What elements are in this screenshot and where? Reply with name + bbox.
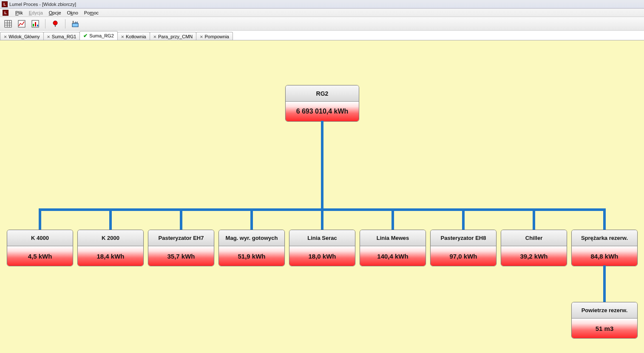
- node-child-1[interactable]: K 200018,4 kWh: [77, 230, 144, 266]
- node-child-5[interactable]: Linia Mewes140,4 kWh: [360, 230, 426, 266]
- menu-item-pomoc[interactable]: Pomoc: [84, 10, 99, 15]
- node-child-8[interactable]: Sprężarka rezerw.84,8 kWh: [571, 230, 638, 266]
- close-icon: ✕: [153, 34, 156, 39]
- close-icon: ✕: [4, 34, 7, 39]
- window-title-bar: L Lumel Proces - [Widok zbiorczy]: [0, 0, 644, 9]
- menu-bar: L PlikEdycjaOpcjeOknoPomoc: [0, 9, 644, 17]
- node-title: K 2000: [78, 230, 143, 246]
- node-child-6[interactable]: Pasteryzator EH897,0 kWh: [430, 230, 496, 266]
- node-value: 18,0 kWh: [289, 246, 355, 266]
- node-title: Pasteryzator EH7: [148, 230, 214, 246]
- node-title: Linia Serac: [289, 230, 355, 246]
- node-value: 51,9 kWh: [219, 246, 284, 266]
- node-title: K 4000: [7, 230, 73, 246]
- tabs-row: ✕Widok_Główny✕Suma_RG1✔Suma_RG2✕Kotłowni…: [0, 31, 644, 40]
- connector-line: [462, 208, 465, 230]
- svg-rect-7: [33, 24, 34, 26]
- node-value: 35,7 kWh: [148, 246, 214, 266]
- toolbar-separator: [65, 19, 65, 28]
- tab-label: Kotłownia: [126, 34, 146, 39]
- menu-item-opcje[interactable]: Opcje: [49, 10, 61, 15]
- menu-app-icon[interactable]: L: [3, 10, 9, 16]
- node-child-2[interactable]: Pasteryzator EH735,7 kWh: [148, 230, 214, 266]
- node-title: Chiller: [501, 230, 567, 246]
- close-icon: ✕: [121, 34, 124, 39]
- node-value: 140,4 kWh: [360, 246, 426, 266]
- node-title: Mag. wyr. gotowych: [219, 230, 284, 246]
- grid-icon[interactable]: [3, 19, 13, 28]
- connector-line: [109, 208, 112, 230]
- connector-line: [321, 208, 323, 230]
- node-child-3[interactable]: Mag. wyr. gotowych51,9 kWh: [218, 230, 285, 266]
- tab-widok_główny[interactable]: ✕Widok_Główny: [0, 32, 44, 40]
- svg-rect-9: [37, 25, 38, 26]
- connector-line: [180, 208, 182, 230]
- tab-suma_rg2[interactable]: ✔Suma_RG2: [79, 31, 117, 40]
- menu-item-plik[interactable]: Plik: [15, 10, 23, 15]
- node-value: 4,5 kWh: [7, 246, 73, 266]
- menu-item-edycja: Edycja: [29, 10, 43, 15]
- node-title: Linia Mewes: [360, 230, 426, 246]
- window-title: Lumel Proces - [Widok zbiorczy]: [9, 2, 76, 7]
- node-value: 84,8 kWh: [572, 246, 637, 266]
- tab-label: Suma_RG2: [89, 33, 113, 38]
- line-chart-icon[interactable]: [17, 19, 26, 28]
- tab-label: Pompownia: [205, 34, 229, 39]
- svg-rect-8: [35, 22, 36, 26]
- node-title: Powietrze rezerw.: [572, 302, 637, 319]
- svg-rect-12: [72, 23, 78, 27]
- tab-para_przy_cmn[interactable]: ✕Para_przy_CMN: [150, 32, 197, 40]
- node-value: 6 693 010,4 kWh: [286, 102, 359, 121]
- connector-line: [533, 208, 535, 230]
- node-value: 39,2 kWh: [501, 246, 567, 266]
- tab-suma_rg1[interactable]: ✕Suma_RG1: [43, 32, 80, 40]
- connector-line: [392, 208, 394, 230]
- app-icon: L: [2, 1, 8, 7]
- node-grandchild[interactable]: Powietrze rezerw.51 m3: [571, 302, 638, 339]
- tab-kotłownia[interactable]: ✕Kotłownia: [117, 32, 150, 40]
- connector-line: [250, 208, 253, 230]
- svg-rect-0: [5, 20, 11, 27]
- node-value: 97,0 kWh: [431, 246, 496, 266]
- red-light-icon[interactable]: [51, 19, 60, 28]
- svg-rect-5: [18, 20, 25, 27]
- tab-pompownia[interactable]: ✕Pompownia: [196, 32, 233, 40]
- node-value: 18,4 kWh: [78, 246, 143, 266]
- svg-rect-11: [55, 25, 56, 27]
- bar-chart-icon[interactable]: [31, 19, 40, 28]
- node-title: RG2: [286, 85, 359, 102]
- connector-line: [603, 265, 606, 302]
- svg-point-10: [53, 21, 57, 25]
- tab-label: Para_przy_CMN: [158, 34, 193, 39]
- factory-icon[interactable]: [71, 19, 80, 28]
- menu-item-okno[interactable]: Okno: [67, 10, 78, 15]
- connector-line: [603, 208, 606, 230]
- connector-line: [321, 121, 323, 211]
- node-title: Pasteryzator EH8: [431, 230, 496, 246]
- tab-label: Widok_Główny: [9, 34, 40, 39]
- node-child-0[interactable]: K 40004,5 kWh: [7, 230, 73, 266]
- close-icon: ✕: [200, 34, 203, 39]
- node-root[interactable]: RG26 693 010,4 kWh: [285, 85, 359, 122]
- connector-line: [39, 208, 41, 230]
- svg-rect-13: [73, 21, 74, 23]
- node-child-4[interactable]: Linia Serac18,0 kWh: [289, 230, 355, 266]
- toolbar: [0, 17, 644, 31]
- check-icon: ✔: [83, 33, 88, 39]
- close-icon: ✕: [47, 34, 50, 39]
- node-title: Sprężarka rezerw.: [572, 230, 637, 246]
- toolbar-separator: [45, 19, 45, 28]
- tab-label: Suma_RG1: [52, 34, 76, 39]
- node-child-7[interactable]: Chiller39,2 kWh: [501, 230, 567, 266]
- diagram-canvas: RG26 693 010,4 kWhK 40004,5 kWhK 200018,…: [0, 40, 644, 353]
- node-value: 51 m3: [572, 319, 637, 338]
